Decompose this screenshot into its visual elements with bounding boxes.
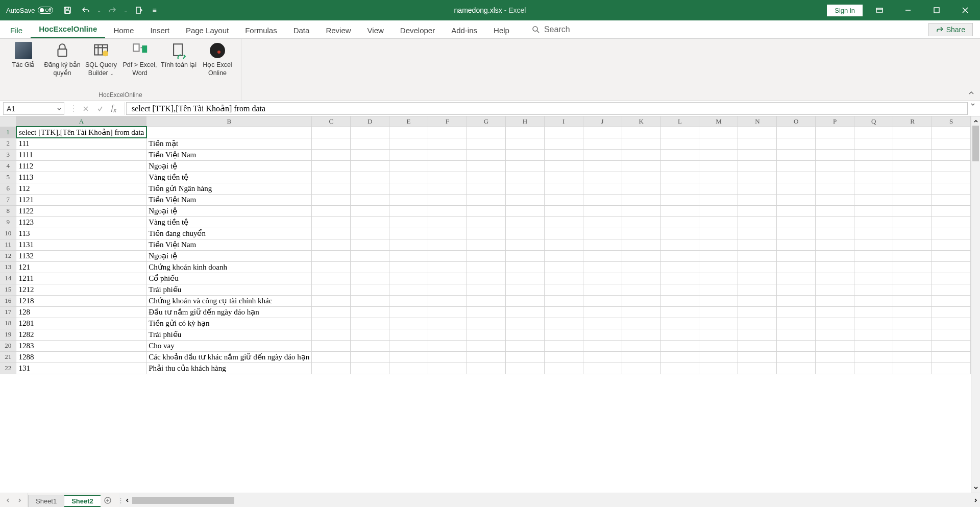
cell-I14[interactable] [544, 273, 583, 284]
cell-N1[interactable] [738, 127, 777, 138]
cell-A3[interactable]: 1111 [16, 149, 146, 160]
cell-Q19[interactable] [854, 329, 893, 340]
cell-H20[interactable] [505, 340, 544, 351]
cell-B5[interactable]: Vàng tiền tệ [146, 172, 312, 183]
cell-P6[interactable] [816, 183, 854, 194]
cell-K13[interactable] [622, 261, 660, 273]
cell-H22[interactable] [505, 363, 544, 374]
sign-in-button[interactable]: Sign in [827, 5, 863, 16]
cell-D14[interactable] [351, 273, 389, 284]
row-header-19[interactable]: 19 [0, 329, 16, 340]
cell-S12[interactable] [932, 250, 970, 261]
cell-O9[interactable] [777, 216, 816, 228]
cell-J1[interactable] [583, 127, 622, 138]
cell-G6[interactable] [467, 183, 505, 194]
cell-H10[interactable] [505, 228, 544, 239]
cell-I5[interactable] [544, 172, 583, 183]
fx-icon[interactable]: fx [108, 103, 120, 114]
cell-E19[interactable] [389, 329, 428, 340]
cell-L14[interactable] [660, 273, 699, 284]
cell-G8[interactable] [467, 205, 505, 216]
cell-K21[interactable] [622, 351, 660, 363]
cell-B15[interactable]: Trái phiếu [146, 284, 312, 295]
cell-H4[interactable] [505, 160, 544, 172]
cell-A13[interactable]: 121 [16, 261, 146, 273]
cell-Q20[interactable] [854, 340, 893, 351]
cell-L15[interactable] [660, 284, 699, 295]
cell-N8[interactable] [738, 205, 777, 216]
hscroll-track[interactable] [132, 497, 971, 504]
cell-R2[interactable] [893, 138, 932, 149]
cell-Q12[interactable] [854, 250, 893, 261]
cell-D12[interactable] [351, 250, 389, 261]
cell-F1[interactable] [428, 127, 467, 138]
cell-C12[interactable] [312, 250, 351, 261]
cell-N4[interactable] [738, 160, 777, 172]
cell-G17[interactable] [467, 306, 505, 318]
cell-R11[interactable] [893, 239, 932, 250]
cell-H19[interactable] [505, 329, 544, 340]
cell-E3[interactable] [389, 149, 428, 160]
cell-F6[interactable] [428, 183, 467, 194]
cell-K5[interactable] [622, 172, 660, 183]
cell-S3[interactable] [932, 149, 970, 160]
cell-J7[interactable] [583, 194, 622, 205]
ribbon-h-c-excel-online[interactable]: Học Excel Online [199, 41, 236, 77]
cell-E7[interactable] [389, 194, 428, 205]
cell-D20[interactable] [351, 340, 389, 351]
cell-I21[interactable] [544, 351, 583, 363]
cell-K17[interactable] [622, 306, 660, 318]
cell-G22[interactable] [467, 363, 505, 374]
sheet-nav-prev-icon[interactable] [3, 495, 13, 505]
cell-H1[interactable] [505, 127, 544, 138]
cell-I1[interactable] [544, 127, 583, 138]
cell-J20[interactable] [583, 340, 622, 351]
cell-I18[interactable] [544, 318, 583, 329]
cell-A15[interactable]: 1212 [16, 284, 146, 295]
cell-P5[interactable] [816, 172, 854, 183]
cell-P10[interactable] [816, 228, 854, 239]
cell-A17[interactable]: 128 [16, 306, 146, 318]
cell-H15[interactable] [505, 284, 544, 295]
cell-I4[interactable] [544, 160, 583, 172]
cell-R6[interactable] [893, 183, 932, 194]
cell-B8[interactable]: Ngoại tệ [146, 205, 312, 216]
cell-S17[interactable] [932, 306, 970, 318]
cell-G14[interactable] [467, 273, 505, 284]
ribbon-pdf-excel-word[interactable]: Pdf > Excel, Word [121, 41, 158, 77]
cell-E15[interactable] [389, 284, 428, 295]
cell-P12[interactable] [816, 250, 854, 261]
cell-I3[interactable] [544, 149, 583, 160]
cell-A4[interactable]: 1112 [16, 160, 146, 172]
cell-O1[interactable] [777, 127, 816, 138]
cell-O13[interactable] [777, 261, 816, 273]
cell-I2[interactable] [544, 138, 583, 149]
cell-I8[interactable] [544, 205, 583, 216]
cell-G4[interactable] [467, 160, 505, 172]
cell-B13[interactable]: Chứng khoán kinh doanh [146, 261, 312, 273]
cell-B2[interactable]: Tiền mặt [146, 138, 312, 149]
cell-M18[interactable] [699, 318, 738, 329]
cell-C19[interactable] [312, 329, 351, 340]
cell-Q21[interactable] [854, 351, 893, 363]
cell-R18[interactable] [893, 318, 932, 329]
cell-O4[interactable] [777, 160, 816, 172]
cell-G13[interactable] [467, 261, 505, 273]
qat-customize-icon[interactable]: ≡ [152, 6, 156, 14]
cell-Q10[interactable] [854, 228, 893, 239]
cell-P17[interactable] [816, 306, 854, 318]
column-header-E[interactable]: E [389, 116, 428, 127]
cell-K6[interactable] [622, 183, 660, 194]
new-sheet-icon[interactable] [101, 493, 115, 507]
cell-E5[interactable] [389, 172, 428, 183]
cell-B20[interactable]: Cho vay [146, 340, 312, 351]
cell-A10[interactable]: 113 [16, 228, 146, 239]
row-header-18[interactable]: 18 [0, 318, 16, 329]
cell-B21[interactable]: Các khoản đầu tư khác nắm giữ đến ngày đ… [146, 351, 312, 363]
cell-C3[interactable] [312, 149, 351, 160]
cell-B1[interactable] [146, 127, 312, 138]
cell-D7[interactable] [351, 194, 389, 205]
cell-H8[interactable] [505, 205, 544, 216]
cell-Q3[interactable] [854, 149, 893, 160]
collapse-ribbon-icon[interactable] [968, 89, 975, 99]
